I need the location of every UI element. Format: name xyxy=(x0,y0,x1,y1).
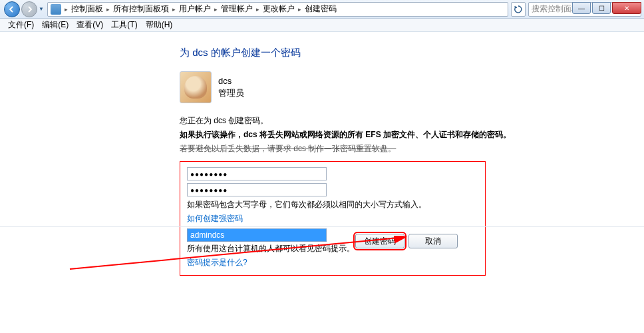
create-password-button[interactable]: 创建密码 xyxy=(355,234,404,248)
user-info: dcs 管理员 xyxy=(218,75,244,99)
password-input[interactable] xyxy=(187,167,327,180)
menubar: 文件(F) 编辑(E) 查看(V) 工具(T) 帮助(H) xyxy=(0,19,644,32)
bc-item[interactable]: 管理帐户 xyxy=(218,3,255,15)
hint-help-link[interactable]: 密码提示是什么? xyxy=(187,257,247,268)
user-name: dcs xyxy=(218,75,244,87)
strong-password-link[interactable]: 如何创建强密码 xyxy=(187,213,243,224)
maximize-button[interactable]: ☐ xyxy=(592,2,611,14)
password-confirm-input[interactable] xyxy=(187,183,327,196)
minimize-button[interactable]: — xyxy=(572,2,591,14)
close-button[interactable]: ✕ xyxy=(612,2,641,14)
case-note: 如果密码包含大写字母，它们每次都必须以相同的大小写方式输入。 xyxy=(187,199,478,210)
user-tile: dcs 管理员 xyxy=(180,71,644,103)
window-titlebar: ▼ ▸ 控制面板▸ 所有控制面板项▸ 用户帐户▸ 管理帐户▸ 更改帐户▸ 创建密… xyxy=(0,0,644,19)
menu-tools[interactable]: 工具(T) xyxy=(107,18,141,32)
menu-view[interactable]: 查看(V) xyxy=(73,18,107,32)
breadcrumb[interactable]: ▸ 控制面板▸ 所有控制面板项▸ 用户帐户▸ 管理帐户▸ 更改帐户▸ 创建密码 xyxy=(47,2,508,17)
info-line-warning: 如果执行该操作，dcs 将丢失网站或网络资源的所有 EFS 加密文件、个人证书和… xyxy=(180,129,644,141)
password-form: 如果密码包含大写字母，它们每次都必须以相同的大小写方式输入。 如何创建强密码 所… xyxy=(180,161,486,276)
info-line-strike: 若要避免以后丢失数据，请要求 dcs 制作一张密码重置软盘。 xyxy=(180,143,644,155)
nav-arrows: ▼ xyxy=(4,1,45,17)
user-role: 管理员 xyxy=(218,87,244,99)
bc-item[interactable]: 所有控制面板项 xyxy=(110,3,172,15)
cancel-button[interactable]: 取消 xyxy=(408,234,458,248)
control-panel-icon xyxy=(51,4,61,15)
info-line-1: 您正在为 dcs 创建密码。 xyxy=(180,115,644,127)
window-controls: — ☐ ✕ xyxy=(571,2,641,14)
back-button[interactable] xyxy=(4,1,20,17)
bc-item[interactable]: 控制面板 xyxy=(69,3,106,15)
refresh-button[interactable] xyxy=(511,2,526,17)
avatar xyxy=(180,71,212,103)
nav-history-dropdown[interactable]: ▼ xyxy=(38,4,45,15)
menu-edit[interactable]: 编辑(E) xyxy=(38,18,73,32)
page-title: 为 dcs 的帐户创建一个密码 xyxy=(180,47,644,59)
bc-item[interactable]: 更改帐户 xyxy=(260,3,297,15)
bc-item[interactable]: 用户帐户 xyxy=(176,3,214,15)
menu-help[interactable]: 帮助(H) xyxy=(142,18,177,32)
forward-button[interactable] xyxy=(21,1,37,17)
button-row: 创建密码 取消 xyxy=(0,226,644,248)
menu-file[interactable]: 文件(F) xyxy=(4,18,38,32)
bc-item[interactable]: 创建密码 xyxy=(302,3,339,15)
